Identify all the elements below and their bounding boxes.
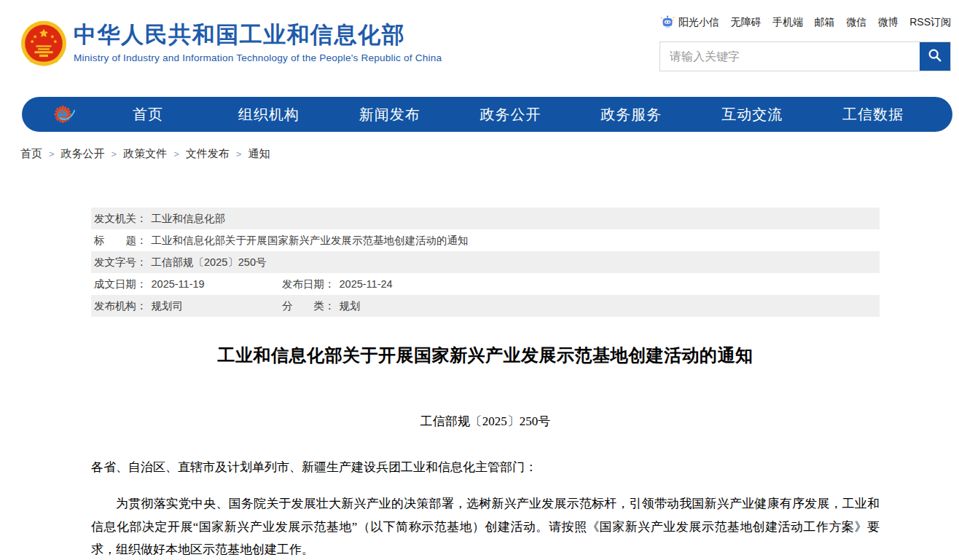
site-subtitle: Ministry of Industry and Information Tec… — [74, 52, 442, 63]
top-link-mobile[interactable]: 手机端 — [772, 16, 803, 29]
document-meta-table: 发文机关：工业和信息化部 标 题：工业和信息化部关于开展国家新兴产业发展示范基地… — [91, 208, 880, 317]
meta-row-title: 标 题：工业和信息化部关于开展国家新兴产业发展示范基地创建活动的通知 — [91, 229, 880, 251]
meta-label: 标 题： — [94, 234, 147, 246]
nav-item-news[interactable]: 新闻发布 — [329, 105, 450, 125]
top-link-accessibility[interactable]: 无障碍 — [731, 16, 762, 29]
nav-item-interaction[interactable]: 互动交流 — [692, 105, 813, 125]
top-utility-links: 阳光小信 无障碍 手机端 邮箱 微信 微博 RSS订阅 — [659, 15, 951, 31]
top-link-label: 邮箱 — [815, 16, 835, 29]
nav-item-miit-data[interactable]: 工信数据 — [813, 105, 933, 125]
top-link-chatbot[interactable]: 阳光小信 — [659, 15, 719, 31]
top-link-rss[interactable]: RSS订阅 — [909, 16, 951, 29]
meta-row-dates: 成文日期：2025-11-19 发布日期：2025-11-24 — [91, 273, 880, 295]
top-link-label: 阳光小信 — [678, 16, 719, 29]
breadcrumb-separator: > — [173, 149, 179, 159]
meta-row-issuing-agency: 发文机关：工业和信息化部 — [91, 208, 880, 229]
breadcrumb-doc-release[interactable]: 文件发布 — [186, 147, 230, 161]
top-link-label: RSS订阅 — [909, 16, 951, 29]
meta-label: 发布日期： — [282, 278, 335, 290]
meta-value: 2025-11-19 — [152, 278, 205, 290]
meta-label: 成文日期： — [94, 278, 147, 290]
search-bar — [659, 42, 951, 71]
top-link-label: 微博 — [878, 16, 899, 29]
document-title: 工业和信息化部关于开展国家新兴产业发展示范基地创建活动的通知 — [91, 344, 880, 367]
site-header: 中华人民共和国工业和信息化部 Ministry of Industry and … — [0, 0, 959, 93]
breadcrumb-separator: > — [49, 149, 55, 159]
meta-value: 2025-11-24 — [340, 278, 393, 290]
breadcrumb-notice: 通知 — [248, 147, 270, 161]
top-link-mail[interactable]: 邮箱 — [815, 16, 835, 29]
main-nav: 首页 组织机构 新闻发布 政务公开 政务服务 互动交流 工信数据 — [22, 97, 952, 132]
top-link-label: 微信 — [846, 16, 866, 29]
top-link-wechat[interactable]: 微信 — [846, 16, 866, 29]
miit-logo-icon — [41, 103, 87, 126]
top-link-label: 手机端 — [772, 16, 803, 29]
chatbot-robot-icon — [659, 15, 676, 31]
search-input[interactable] — [660, 42, 920, 71]
meta-label: 发文机关： — [94, 213, 147, 224]
meta-row-doc-number: 发文字号：工信部规〔2025〕250号 — [91, 251, 880, 273]
document-content: 发文机关：工业和信息化部 标 题：工业和信息化部关于开展国家新兴产业发展示范基地… — [91, 208, 880, 560]
breadcrumb-separator: > — [236, 149, 242, 159]
meta-value: 规划 — [340, 300, 361, 312]
nav-item-gov-disclosure[interactable]: 政务公开 — [450, 105, 571, 125]
document-body: 各省、自治区、直辖市及计划单列市、新疆生产建设兵团工业和信息化主管部门： 为贯彻… — [91, 459, 880, 560]
meta-value: 规划司 — [152, 300, 184, 312]
search-button[interactable] — [920, 42, 950, 71]
meta-label: 发布机构： — [94, 300, 147, 312]
site-title: 中华人民共和国工业和信息化部 — [74, 23, 442, 47]
meta-label: 发文字号： — [94, 256, 147, 268]
breadcrumb-home[interactable]: 首页 — [20, 147, 42, 161]
meta-value: 工业和信息化部 — [152, 213, 226, 224]
nav-item-organization[interactable]: 组织机构 — [208, 105, 329, 125]
meta-value: 工业和信息化部关于开展国家新兴产业发展示范基地创建活动的通知 — [152, 234, 469, 246]
document-number: 工信部规〔2025〕250号 — [91, 413, 880, 430]
meta-value: 工信部规〔2025〕250号 — [152, 256, 267, 268]
breadcrumb: 首页 > 政务公开 > 政策文件 > 文件发布 > 通知 — [20, 147, 270, 161]
nav-item-home[interactable]: 首页 — [87, 105, 208, 125]
search-icon — [927, 47, 943, 66]
top-link-weibo[interactable]: 微博 — [878, 16, 899, 29]
breadcrumb-policy-docs[interactable]: 政策文件 — [123, 147, 167, 161]
national-emblem-icon — [20, 19, 68, 70]
document-salutation: 各省、自治区、直辖市及计划单列市、新疆生产建设兵团工业和信息化主管部门： — [91, 459, 880, 476]
meta-row-publisher-category: 发布机构：规划司 分 类：规划 — [91, 295, 880, 317]
top-link-label: 无障碍 — [731, 16, 762, 29]
meta-label: 分 类： — [282, 300, 335, 312]
breadcrumb-gov-disclosure[interactable]: 政务公开 — [61, 147, 105, 161]
breadcrumb-separator: > — [111, 149, 117, 159]
document-paragraph: 为贯彻落实党中央、国务院关于发展壮大新兴产业的决策部署，选树新兴产业发展示范标杆… — [91, 492, 880, 560]
nav-item-gov-services[interactable]: 政务服务 — [571, 105, 692, 125]
